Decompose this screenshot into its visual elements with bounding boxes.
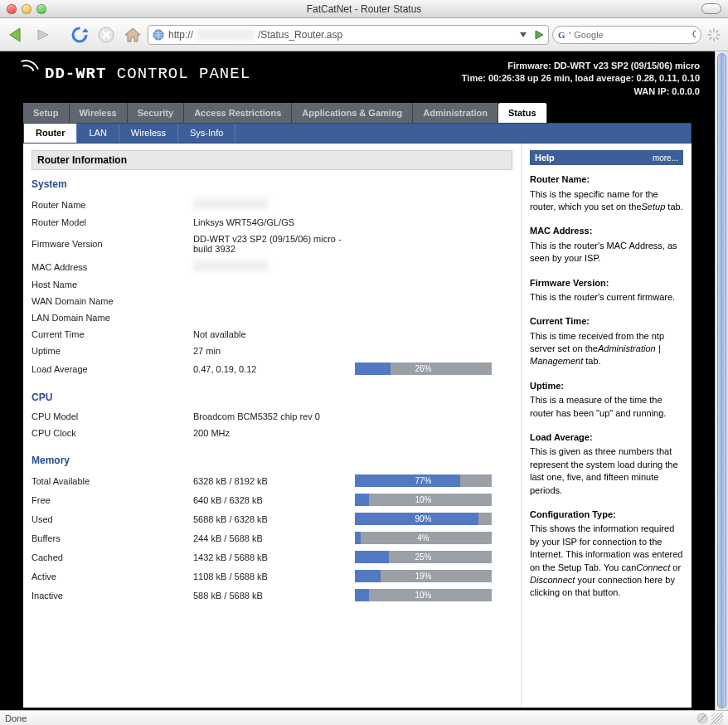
row-value: 640 kB / 6328 kB	[193, 495, 355, 505]
vertical-scrollbar[interactable]	[715, 51, 728, 710]
subtab-lan[interactable]: LAN	[77, 124, 119, 143]
row-value: 0.47, 0.19, 0.12	[193, 364, 355, 374]
tab-setup[interactable]: Setup	[23, 103, 70, 123]
url-path-input[interactable]	[258, 29, 513, 41]
row-label: Free	[32, 495, 193, 505]
search-input[interactable]	[574, 30, 688, 40]
info-row: Host Name	[32, 276, 512, 293]
help-item: Configuration Type:This shows the inform…	[530, 508, 683, 600]
address-bar[interactable]: http://	[148, 25, 549, 45]
usage-bar: 4%	[355, 532, 492, 544]
info-row: WAN Domain Name	[32, 293, 512, 309]
row-label: Cached	[32, 552, 193, 562]
help-more-link[interactable]: more...	[653, 153, 678, 163]
subtab-router[interactable]: Router	[24, 124, 77, 143]
tab-applications-gaming[interactable]: Applications & Gaming	[292, 103, 413, 123]
wanip-line: WAN IP: 0.0.0.0	[462, 85, 700, 98]
tab-status[interactable]: Status	[498, 103, 547, 123]
help-item: Load Average:This is given as three numb…	[530, 431, 683, 497]
usage-bar: 26%	[355, 362, 492, 375]
info-row: MAC Address	[32, 257, 512, 276]
svg-line-20	[716, 31, 718, 32]
row-value: 244 kB / 5688 kB	[193, 533, 355, 543]
help-item: Uptime:This is a measure of the time the…	[530, 380, 683, 420]
section-legend: CPU	[32, 392, 52, 408]
section-system: SystemRouter NameRouter ModelLinksys WRT…	[32, 178, 512, 378]
resize-handle[interactable]	[711, 713, 723, 724]
info-row: Cached1432 kB / 5688 kB25%	[32, 547, 512, 567]
toolbar-toggle-button[interactable]	[701, 3, 721, 14]
info-row: Router ModelLinksys WRT54G/GL/GS	[32, 214, 512, 231]
browser-status-bar: Done	[0, 710, 728, 725]
subtab-sys-info[interactable]: Sys-Info	[178, 124, 235, 143]
row-label: LAN Domain Name	[32, 313, 193, 323]
section-legend: Memory	[32, 455, 70, 471]
row-label: Used	[32, 514, 193, 524]
page-content: DD-WRT CONTROL PANEL Firmware: DD-WRT v2…	[0, 51, 715, 710]
svg-marker-3	[82, 28, 89, 32]
tab-wireless[interactable]: Wireless	[70, 103, 128, 123]
row-value: 6328 kB / 8192 kB	[193, 476, 355, 486]
info-row: Total Available6328 kB / 8192 kB77%	[32, 471, 512, 490]
tab-administration[interactable]: Administration	[413, 103, 498, 123]
info-row: Uptime27 min	[32, 343, 512, 359]
svg-marker-10	[536, 31, 543, 39]
info-row: Inactive588 kB / 5688 kB10%	[32, 586, 512, 605]
svg-line-18	[710, 31, 711, 32]
usage-bar: 90%	[355, 513, 492, 525]
throbber-icon	[705, 23, 723, 46]
tab-security[interactable]: Security	[128, 103, 184, 123]
row-value: Not available	[193, 329, 355, 339]
scrollbar-thumb[interactable]	[717, 53, 726, 708]
firmware-line: Firmware: DD-WRT v23 SP2 (09/15/06) micr…	[462, 60, 700, 72]
row-label: Inactive	[32, 591, 193, 601]
reload-button[interactable]	[68, 23, 91, 46]
row-value	[193, 198, 355, 211]
search-bar[interactable]: G	[552, 26, 701, 44]
home-button[interactable]	[121, 23, 144, 46]
svg-marker-11	[569, 32, 571, 37]
usage-bar: 10%	[355, 589, 492, 601]
svg-marker-0	[10, 28, 20, 41]
main-tabs: SetupWirelessSecurityAccess Restrictions…	[0, 103, 715, 123]
info-row: Used5688 kB / 6328 kB90%	[32, 509, 512, 528]
info-row: CPU Clock200 MHz	[32, 425, 512, 441]
usage-bar: 19%	[355, 570, 492, 582]
section-cpu: CPUCPU ModelBroadcom BCM5352 chip rev 0C…	[32, 392, 512, 441]
time-line: Time: 00:26:38 up 26 min, load average: …	[462, 72, 700, 85]
url-scheme: http://	[168, 29, 193, 41]
info-row: Firmware VersionDD-WRT v23 SP2 (09/15/06…	[32, 231, 512, 257]
usage-bar: 77%	[355, 474, 492, 487]
row-value: Linksys WRT54G/GL/GS	[193, 217, 355, 227]
info-row: Buffers244 kB / 5688 kB4%	[32, 528, 512, 547]
svg-line-19	[716, 37, 718, 39]
info-row: Active1108 kB / 5688 kB19%	[32, 567, 512, 586]
row-label: Current Time	[32, 329, 193, 339]
back-button[interactable]	[5, 23, 28, 46]
info-row: Router Name	[32, 195, 512, 214]
row-label: CPU Model	[32, 411, 193, 421]
help-item: Current Time:This is time received from …	[530, 315, 683, 368]
svg-marker-1	[38, 30, 48, 40]
help-item: MAC Address:This is the router's MAC Add…	[530, 225, 683, 265]
forward-button[interactable]	[32, 23, 55, 46]
page-title: Router Information	[32, 150, 512, 170]
svg-marker-9	[520, 32, 527, 37]
row-value: 588 kB / 5688 kB	[193, 591, 355, 601]
row-value: DD-WRT v23 SP2 (09/15/06) micro - build …	[193, 234, 355, 254]
go-button[interactable]	[533, 29, 545, 41]
search-icon[interactable]	[692, 29, 696, 41]
header-info: Firmware: DD-WRT v23 SP2 (09/15/06) micr…	[462, 60, 700, 98]
sub-tabs: RouterLANWirelessSys-Info	[23, 123, 692, 144]
url-history-dropdown[interactable]	[517, 28, 530, 41]
stop-button[interactable]	[95, 23, 118, 46]
info-row: CPU ModelBroadcom BCM5352 chip rev 0	[32, 408, 512, 425]
section-legend: System	[32, 178, 67, 195]
subtab-wireless[interactable]: Wireless	[119, 124, 178, 143]
search-engine-dropdown[interactable]	[569, 32, 571, 38]
tab-access-restrictions[interactable]: Access Restrictions	[184, 103, 292, 123]
svg-point-12	[693, 31, 696, 37]
status-text: Done	[5, 713, 27, 723]
row-value: 1108 kB / 5688 kB	[193, 572, 355, 581]
section-memory: MemoryTotal Available6328 kB / 8192 kB77…	[32, 455, 512, 605]
